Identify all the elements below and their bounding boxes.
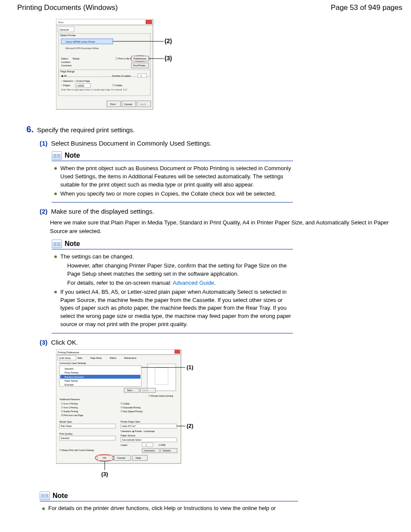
svg-rect-44	[174, 350, 180, 354]
svg-text:☑ Print from Last Page: ☑ Print from Last Page	[61, 414, 83, 417]
svg-text:Standard: Standard	[61, 437, 70, 439]
substep-number: (1)	[40, 140, 47, 147]
svg-text:Standard: Standard	[65, 367, 74, 370]
svg-text:Printer Paper Size:: Printer Paper Size:	[121, 420, 141, 423]
svg-text:○ Selection    ○ Current Page: ○ Selection ○ Current Page	[61, 80, 90, 82]
preferences-button: Preferences	[131, 56, 149, 62]
substep-number: (3)	[40, 339, 47, 346]
note-title: Note	[65, 240, 80, 248]
svg-text:Letter 8.5"x11": Letter 8.5"x11"	[122, 425, 136, 427]
note-item: If you select A4, B5, A5, or Letter-size…	[60, 288, 291, 329]
dlg1-title: Print	[58, 21, 64, 24]
note-icon: ☰☰	[52, 240, 62, 248]
svg-text:Automatically Select: Automatically Select	[122, 439, 142, 441]
substep-text: Select Business Document in Commonly Use…	[51, 140, 212, 147]
svg-text:Number of copies:: Number of copies:	[112, 75, 131, 77]
svg-text:(2): (2)	[165, 37, 172, 44]
svg-text:Save...: Save...	[127, 389, 134, 392]
substep-desc: Here we make sure that Plain Paper in Me…	[50, 218, 389, 235]
svg-text:Business Document: Business Document	[65, 376, 84, 378]
svg-text:(2): (2)	[187, 423, 193, 429]
svg-text:Find Printer...: Find Printer...	[133, 64, 147, 67]
svg-text:Apply: Apply	[140, 103, 146, 106]
svg-text:○ Pages:: ○ Pages:	[61, 84, 71, 87]
svg-text:Defaults: Defaults	[163, 449, 171, 452]
note-item: For details on the printer driver functi…	[48, 505, 296, 511]
print-dialog-figure: Print General Select Printer Canon MP560…	[56, 19, 389, 112]
note-box: ☰☰ Note For details on the printer drive…	[40, 492, 298, 511]
svg-text:Print Quality:: Print Quality:	[59, 432, 73, 435]
svg-text:Microsoft XPS Document Writer: Microsoft XPS Document Writer	[65, 47, 99, 50]
note-icon: ☰☰	[40, 492, 50, 500]
svg-rect-60	[155, 367, 168, 385]
note-item: For details, refer to the on-screen manu…	[67, 280, 173, 286]
svg-text:1-65535: 1-65535	[76, 84, 84, 87]
svg-text:Plain Paper: Plain Paper	[61, 425, 72, 427]
note-item: The settings can be changed.	[60, 253, 134, 260]
svg-text:☐ Grayscale Printing: ☐ Grayscale Printing	[121, 406, 140, 409]
svg-text:☐ Preview before printing: ☐ Preview before printing	[149, 395, 173, 397]
svg-rect-28	[138, 74, 146, 78]
note-item: However, after changing Printer Paper Si…	[67, 262, 291, 278]
svg-text:Copies:: Copies:	[121, 444, 128, 446]
svg-text:Envelope: Envelope	[65, 383, 74, 386]
substep-text: Make sure of the displayed settings.	[51, 208, 154, 215]
svg-text:☐ 4-on-1 Printing: ☐ 4-on-1 Printing	[61, 406, 78, 409]
svg-text:Orientation:   ◉ Portrait   ○ : Orientation: ◉ Portrait ○ Landscape	[121, 430, 155, 432]
svg-text:Media Type:: Media Type:	[59, 420, 72, 423]
svg-text:Help: Help	[136, 457, 141, 459]
svg-text:Cancel: Cancel	[117, 457, 125, 459]
svg-text:Commonly Used Settings: Commonly Used Settings	[59, 362, 86, 364]
svg-text:General: General	[59, 28, 68, 31]
page-title: Printing Documents (Windows)	[17, 3, 118, 12]
svg-text:☐ Collate: ☐ Collate	[121, 402, 130, 405]
svg-text:☐ 2-on-1 Printing: ☐ 2-on-1 Printing	[61, 402, 78, 405]
page-indicator: Page 53 of 949 pages	[331, 3, 402, 12]
svg-text:Preferences: Preferences	[134, 57, 146, 60]
svg-text:Paper Source:: Paper Source:	[121, 434, 136, 437]
svg-text:Comment:: Comment:	[61, 64, 72, 67]
svg-text:Paper Saving: Paper Saving	[65, 380, 78, 382]
svg-text:☐ Always Print with Current Se: ☐ Always Print with Current Settings	[59, 449, 94, 451]
note-title: Note	[65, 152, 80, 159]
ok-button-highlight: OK	[95, 454, 114, 461]
svg-text:Maintenance: Maintenance	[124, 357, 137, 359]
svg-text:Effects: Effects	[110, 357, 117, 359]
note-box: ☰☰ Note The settings can be changed. How…	[52, 240, 293, 333]
svg-text:Select Printer: Select Printer	[60, 34, 76, 37]
note-title: Note	[53, 492, 68, 500]
svg-text:Canon MP560 series Printer: Canon MP560 series Printer	[65, 40, 95, 43]
svg-text:(3): (3)	[101, 471, 108, 477]
svg-text:Additional Features: Additional Features	[59, 398, 80, 401]
substep-number: (2)	[40, 208, 47, 215]
note-item: When the print object such as Business D…	[60, 165, 291, 189]
svg-text:Print: Print	[110, 103, 116, 106]
step-number: 6.	[23, 124, 34, 134]
svg-rect-1	[56, 19, 153, 25]
svg-text:Page Setup: Page Setup	[90, 357, 102, 359]
svg-text:◉ All: ◉ All	[61, 75, 66, 77]
svg-text:(3): (3)	[165, 55, 172, 62]
svg-text:Photo Printing: Photo Printing	[65, 371, 78, 374]
substep-text: Click OK.	[51, 339, 78, 346]
svg-text:☐ Fast (Speed Priority): ☐ Fast (Speed Priority)	[121, 410, 143, 413]
svg-text:Location:: Location:	[61, 61, 71, 63]
svg-text:1: 1	[146, 444, 147, 446]
note-box: ☰☰ Note When the print object such as Bu…	[52, 151, 293, 202]
svg-text:Main: Main	[78, 357, 82, 359]
advanced-guide-link[interactable]: Advanced Guide	[173, 280, 214, 286]
svg-text:Printing Preferences: Printing Preferences	[58, 351, 79, 354]
svg-text:(1): (1)	[187, 364, 193, 370]
preferences-dialog-figure: Printing Preferences Quick Setup Main Pa…	[56, 349, 389, 479]
note-item: When you specify two or more copies in C…	[60, 190, 291, 198]
step-text: Specify the required print settings.	[37, 126, 135, 134]
svg-text:Page Range: Page Range	[60, 70, 75, 73]
svg-text:Delete: Delete	[142, 389, 149, 392]
svg-text:☐ Collate: ☐ Collate	[112, 84, 122, 87]
svg-text:(1-999): (1-999)	[159, 444, 165, 446]
svg-text:☐ Duplex Printing: ☐ Duplex Printing	[61, 410, 78, 413]
svg-text:Instructions: Instructions	[144, 449, 155, 452]
svg-text:1: 1	[140, 75, 142, 77]
svg-text:Quick Setup: Quick Setup	[59, 357, 71, 359]
svg-text:OK: OK	[103, 457, 106, 459]
